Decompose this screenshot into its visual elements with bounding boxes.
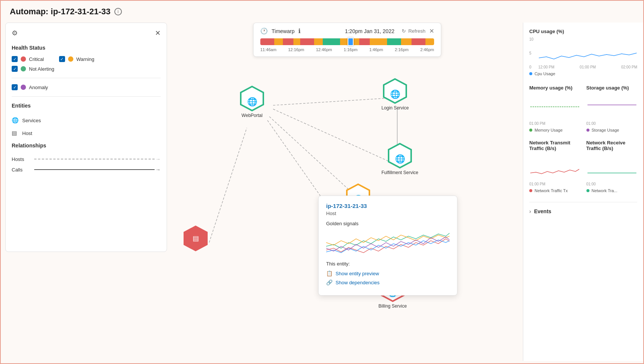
net-tx-metric-section: Network Transmit Traffic (B/s) 01:00 PM … — [529, 140, 580, 193]
timeline-label-5: 2:16pm — [395, 47, 409, 52]
billing-label: Billing Service — [378, 303, 407, 309]
timeline-seg-warning3 — [314, 38, 323, 45]
timeline-seg-warning — [274, 38, 283, 45]
net-rx-metric-section: Network Receive Traffic (B/s) 01:00 Netw… — [586, 140, 638, 193]
left-panel: ⚙ ✕ Health Status ✓ Critical ✓ Warning — [5, 23, 167, 252]
main-layout: ⚙ ✕ Health Status ✓ Critical ✓ Warning — [1, 23, 643, 361]
timeline-label-4: 1:46pm — [369, 47, 383, 52]
timewarp-info-icon[interactable]: ℹ — [298, 27, 301, 35]
popup-chart — [326, 229, 450, 256]
services-label: Services — [22, 118, 41, 123]
timeline-label-2: 12:46pm — [316, 47, 332, 52]
timeline-seg-critical5 — [412, 38, 425, 45]
events-header[interactable]: › Events — [529, 208, 637, 214]
health-filter-row-1: ✓ Critical ✓ Warning — [12, 56, 161, 62]
info-icon[interactable]: i — [114, 8, 122, 15]
panel-header: ⚙ ✕ — [12, 29, 161, 37]
close-panel-button[interactable]: ✕ — [155, 29, 161, 37]
storage-title: Storage usage (%) — [586, 85, 638, 91]
timeline-labels: 11:46am 12:16pm 12:46pm 1:16pm 1:46pm 2:… — [260, 47, 434, 52]
cpu-chart: 12:00 PM 01:00 PM 02:00 PM — [538, 37, 637, 69]
relationships-section: Relationships Hosts → Calls → — [12, 143, 161, 175]
node-host[interactable]: ▤ — [183, 226, 208, 251]
critical-checkbox[interactable]: ✓ — [12, 56, 18, 62]
cpu-metric-section: CPU usage (%) 10 5 0 12:00 PM 01:00 PM — [529, 29, 637, 76]
timeline-seg-critical — [260, 38, 274, 45]
show-entity-preview-link[interactable]: 📋 Show entity preview — [326, 270, 450, 276]
memory-title: Memory usage (%) — [529, 85, 580, 91]
popup-type: Host — [326, 211, 450, 216]
critical-filter[interactable]: ✓ Critical — [12, 56, 44, 62]
refresh-label: Refresh — [408, 28, 425, 34]
timewarp-close-button[interactable]: ✕ — [429, 27, 434, 35]
entities-section: Entities 🌐 Services ▤ Host — [12, 103, 161, 140]
fulfillment-label: Fulfillment Service — [381, 170, 418, 175]
node-login-service[interactable]: 🌐 Login Service — [381, 78, 409, 111]
show-dependencies-link[interactable]: 🔗 Show dependencies — [326, 279, 450, 285]
cpu-title: CPU usage (%) — [529, 29, 637, 34]
rel-hosts: Hosts → — [12, 154, 161, 164]
refresh-button[interactable]: ↻ Refresh — [402, 28, 425, 34]
anomaly-dot — [21, 85, 26, 90]
svg-line-0 — [273, 98, 393, 105]
cpu-x-label-1: 01:00 PM — [580, 65, 596, 69]
anomaly-checkbox[interactable]: ✓ — [12, 84, 18, 90]
timeline-label-0: 11:46am — [260, 47, 276, 52]
warning-filter[interactable]: ✓ Warning — [59, 56, 94, 62]
cpu-legend: Cpu Usage — [529, 71, 637, 76]
golden-signals-chart — [326, 229, 450, 256]
show-preview-label: Show entity preview — [336, 271, 379, 276]
entity-services[interactable]: 🌐 Services — [12, 114, 161, 127]
refresh-spinner-icon: ↻ — [402, 28, 406, 34]
events-title: Events — [534, 208, 551, 214]
timeline-label-1: 12:16pm — [288, 47, 304, 52]
timeline-seg-ok1 — [323, 38, 340, 45]
memory-x-label: 01:00 PM — [529, 121, 580, 126]
memory-sparkline — [529, 94, 580, 120]
not-alerting-checkbox[interactable]: ✓ — [12, 66, 18, 72]
right-panel: CPU usage (%) 10 5 0 12:00 PM 01:00 PM — [523, 23, 643, 361]
timeline-label-3: 1:16pm — [344, 47, 358, 52]
critical-dot — [21, 56, 26, 62]
filter-icon[interactable]: ⚙ — [12, 29, 18, 37]
net-rx-sparkline — [586, 154, 638, 180]
timeline-seg-warning8 — [425, 38, 434, 45]
host-label: Host — [22, 130, 32, 136]
cpu-y-labels: 10 5 0 — [529, 37, 537, 69]
net-rx-legend-label: Network Tra... — [592, 188, 617, 193]
storage-legend-dot — [586, 129, 589, 132]
not-alerting-filter[interactable]: ✓ Not Alerting — [12, 66, 54, 72]
warning-checkbox[interactable]: ✓ — [59, 56, 65, 62]
cpu-y-label-1: 5 — [529, 51, 535, 55]
entity-host[interactable]: ▤ Host — [12, 127, 161, 140]
anomaly-label: Anomaly — [29, 85, 48, 90]
storage-sparkline — [586, 94, 638, 120]
anomaly-filter[interactable]: ✓ Anomaly — [12, 84, 48, 90]
header: Automap: ip-172-31-21-33 i — [1, 1, 643, 23]
critical-label: Critical — [29, 56, 44, 62]
entities-title: Entities — [12, 103, 161, 109]
dependencies-icon: 🔗 — [326, 279, 333, 285]
rel-calls: Calls → — [12, 164, 161, 175]
timeline-seg-warning6 — [370, 38, 387, 45]
storage-legend-label: Storage Usage — [592, 128, 619, 132]
memory-legend: Memory Usage — [529, 128, 580, 132]
memory-legend-dot — [529, 129, 532, 132]
cpu-x-labels: 12:00 PM 01:00 PM 02:00 PM — [538, 65, 637, 69]
timewarp-bar: 🕐 Timewarp ℹ 1:20pm Jan 31, 2022 ↻ Refre… — [253, 23, 441, 57]
node-fulfillment-service[interactable]: 🌐 Fulfillment Service — [381, 143, 418, 175]
events-section: › Events — [529, 202, 637, 214]
popup-title[interactable]: ip-172-31-21-33 — [326, 203, 450, 209]
not-alerting-label: Not Alerting — [29, 66, 54, 72]
host-icon: ▤ — [12, 130, 18, 136]
cpu-legend-dot — [529, 72, 532, 75]
node-webportal[interactable]: 🌐 WebPortal — [239, 86, 265, 118]
timeline-seg-warning4 — [340, 38, 345, 45]
app-container: Automap: ip-172-31-21-33 i ⚙ ✕ Health St… — [0, 0, 644, 364]
timewarp-header: 🕐 Timewarp ℹ 1:20pm Jan 31, 2022 ↻ Refre… — [260, 27, 434, 35]
health-status-title: Health Status — [12, 45, 161, 51]
timeline-cursor[interactable] — [348, 38, 354, 46]
services-icon: 🌐 — [12, 117, 18, 124]
storage-x-label: 01:00 — [586, 121, 638, 126]
cpu-x-label-0: 12:00 PM — [538, 65, 554, 69]
